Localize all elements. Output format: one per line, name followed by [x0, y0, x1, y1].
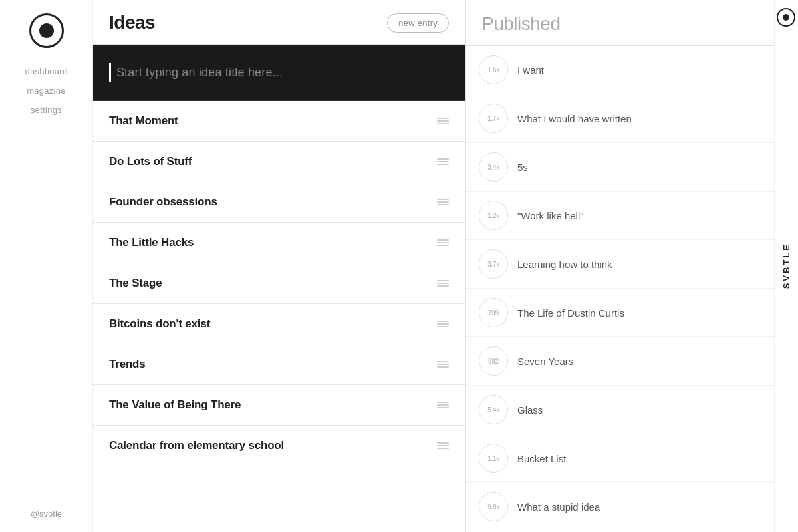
published-title-text: 5s: [517, 162, 765, 173]
cursor-blink: [109, 63, 111, 82]
idea-item[interactable]: Founder obsessions: [93, 182, 465, 223]
view-count-badge: 3.7k: [479, 249, 508, 279]
published-column: Published 1.6k I want 1.7k What I would …: [466, 0, 798, 532]
new-entry-button[interactable]: new entry: [387, 13, 449, 33]
drag-handle-icon: [437, 158, 449, 165]
published-title-text: Glass: [517, 404, 765, 416]
view-count-badge: 799: [479, 298, 508, 327]
published-title-text: What I would have written: [517, 113, 765, 124]
main-content: Ideas new entry That Moment Do Lots of S…: [93, 0, 798, 532]
published-list: 1.6k I want 1.7k What I would have writt…: [466, 46, 798, 532]
published-title-text: What a stupid idea: [517, 501, 765, 513]
sidebar: dashboard magazine settings @svbtle: [0, 0, 93, 532]
published-item[interactable]: 9.8k What a stupid idea: [466, 483, 798, 531]
published-title: Published: [481, 13, 782, 35]
brand-circle-inner: [783, 14, 789, 21]
published-title-text: Learning how to think: [517, 259, 765, 270]
view-count-badge: 1.2k: [479, 201, 508, 230]
published-item[interactable]: 1.7k What I would have written: [466, 94, 798, 143]
idea-title: The Value of Being There: [109, 398, 241, 412]
view-count-badge: 1.1k: [479, 444, 508, 473]
published-item[interactable]: 799 The Life of Dustin Curtis: [466, 289, 798, 337]
new-entry-input[interactable]: [116, 66, 449, 80]
idea-title: The Stage: [109, 277, 162, 290]
idea-item[interactable]: Bitcoins don't exist: [93, 304, 465, 344]
drag-handle-icon: [437, 118, 449, 124]
drag-handle-icon: [437, 442, 449, 449]
new-entry-area[interactable]: [93, 45, 465, 101]
idea-item[interactable]: The Stage: [93, 263, 465, 304]
sidebar-item-magazine[interactable]: magazine: [27, 86, 65, 96]
published-item[interactable]: 1.1k Bucket List: [466, 434, 798, 483]
view-count-badge: 992: [479, 346, 508, 376]
sidebar-item-dashboard[interactable]: dashboard: [25, 66, 68, 76]
published-item[interactable]: 1.2k "Work like hell": [466, 192, 798, 240]
published-title-text: Seven Years: [517, 356, 765, 367]
ideas-list: That Moment Do Lots of Stuff Founder obs…: [93, 101, 465, 466]
published-title-text: "Work like hell": [517, 210, 765, 221]
idea-item[interactable]: Do Lots of Stuff: [93, 142, 465, 182]
idea-title: Founder obsessions: [109, 196, 217, 209]
idea-item[interactable]: That Moment: [93, 101, 465, 142]
idea-title: Do Lots of Stuff: [109, 155, 192, 168]
sidebar-nav: dashboard magazine settings: [0, 66, 92, 115]
idea-title: The Little Hacks: [109, 236, 194, 249]
ideas-header: Ideas new entry: [93, 0, 465, 45]
drag-handle-icon: [437, 280, 449, 287]
ideas-title: Ideas: [109, 12, 155, 33]
idea-item[interactable]: Calendar from elementary school: [93, 426, 465, 466]
drag-handle-icon: [437, 361, 449, 368]
view-count-badge: 9.8k: [479, 492, 508, 521]
ideas-column: Ideas new entry That Moment Do Lots of S…: [93, 0, 466, 532]
drag-handle-icon: [437, 321, 449, 327]
published-title-text: The Life of Dustin Curtis: [517, 307, 765, 319]
logo[interactable]: [29, 13, 64, 48]
published-item[interactable]: 5.4k Glass: [466, 386, 798, 434]
brand-circle: [777, 8, 795, 27]
published-item[interactable]: 3.7k Learning how to think: [466, 240, 798, 289]
drag-handle-icon: [437, 402, 449, 408]
logo-inner: [39, 23, 54, 38]
idea-title: Calendar from elementary school: [109, 439, 284, 452]
view-count-badge: 1.6k: [479, 55, 508, 84]
published-title-text: Bucket List: [517, 453, 765, 464]
sidebar-item-settings[interactable]: settings: [31, 105, 62, 115]
view-count-badge: 1.7k: [479, 104, 508, 133]
idea-item[interactable]: The Little Hacks: [93, 223, 465, 263]
sidebar-username[interactable]: @svbtle: [31, 509, 62, 519]
idea-title: That Moment: [109, 114, 178, 128]
brand-text: SVBTLE: [781, 243, 791, 289]
view-count-badge: 5.4k: [479, 395, 508, 424]
published-header: Published: [466, 0, 798, 46]
idea-title: Bitcoins don't exist: [109, 317, 210, 331]
published-title-text: I want: [517, 65, 765, 76]
svbtle-brand: SVBTLE: [774, 0, 798, 532]
idea-item[interactable]: Trends: [93, 344, 465, 385]
drag-handle-icon: [437, 199, 449, 205]
idea-item[interactable]: The Value of Being There: [93, 385, 465, 426]
drag-handle-icon: [437, 239, 449, 246]
view-count-badge: 3.4k: [479, 152, 508, 182]
published-item[interactable]: 992 Seven Years: [466, 337, 798, 386]
idea-title: Trends: [109, 358, 146, 371]
published-item[interactable]: 1.6k I want: [466, 46, 798, 94]
published-item[interactable]: 3.4k 5s: [466, 143, 798, 192]
